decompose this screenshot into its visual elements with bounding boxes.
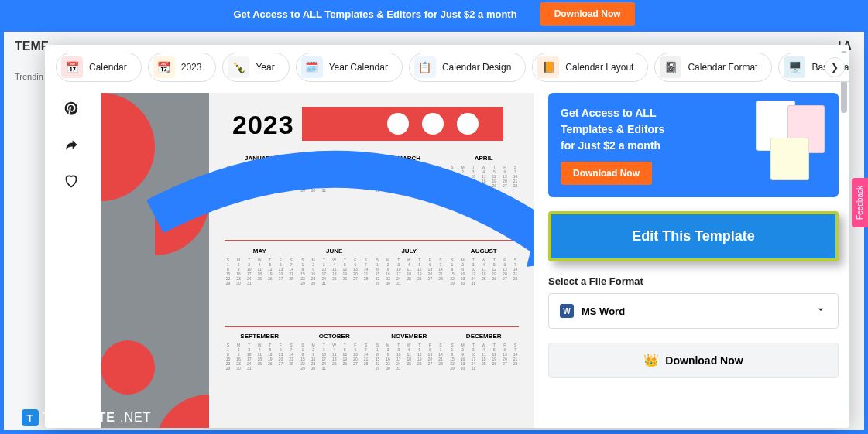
preview-months-row3: SeptemberSMTWTFS123456789101112131415161… (225, 333, 519, 371)
promo-download-button[interactable]: Download Now (561, 162, 652, 185)
file-format-select[interactable]: W MS Word (548, 293, 839, 329)
preview-sidebar-decor (101, 93, 209, 428)
logo-icon: T (22, 409, 39, 426)
feedback-tab[interactable]: Feedback (852, 178, 868, 227)
chip-calendar-format[interactable]: 📓Calendar Format (654, 53, 772, 82)
close-icon[interactable]: ✕ (837, 51, 851, 71)
topbar-download-button[interactable]: Download Now (540, 2, 635, 26)
share-icon[interactable] (63, 137, 79, 156)
preview-red-bar (302, 107, 503, 141)
file-format-selected: MS Word (582, 306, 625, 317)
pinterest-icon[interactable] (63, 101, 79, 120)
promo-line3: for Just $2 a month (561, 138, 664, 154)
promo-topbar: Get Access to ALL Templates & Editors fo… (0, 0, 868, 28)
template-modal: 📅Calendar 📆2023 🍾Year 🗓️Year Calendar 📋C… (45, 45, 849, 428)
download-now-button[interactable]: 👑 Download Now (548, 343, 839, 378)
preview-months-row1: JanuarySMTWTFS12345678910111213141516171… (225, 155, 519, 193)
crown-icon: 👑 (643, 353, 659, 367)
chip-2023[interactable]: 📆2023 (148, 53, 217, 82)
preview-months-row2: MaySMTWTFS123456789101112131415161718192… (225, 248, 519, 285)
promo-card: Get Access to ALL Templates & Editors fo… (548, 93, 839, 197)
preview-year: 2023 (232, 110, 294, 140)
page-title-left: TEMF (15, 39, 49, 53)
edit-template-button[interactable]: Edit This Template (548, 211, 839, 261)
modal-content: 2023 JanuarySMTWTFS123456789101112131415… (45, 90, 849, 428)
category-chips-row: 📅Calendar 📆2023 🍾Year 🗓️Year Calendar 📋C… (45, 45, 849, 90)
logo-text2: .NET (120, 411, 151, 425)
left-actions (56, 93, 87, 428)
chip-calendar-layout[interactable]: 📙Calendar Layout (532, 53, 648, 82)
chip-year[interactable]: 🍾Year (222, 53, 289, 82)
trending-label: Trendin (15, 72, 43, 81)
logo-text1: TEMPLATE (43, 411, 115, 425)
chip-calendar-design[interactable]: 📋Calendar Design (409, 53, 526, 82)
chevron-down-icon (815, 303, 827, 319)
topbar-text: Get Access to ALL Templates & Editors fo… (233, 9, 516, 20)
promo-line2: Templates & Editors (561, 121, 664, 138)
chip-calendar[interactable]: 📅Calendar (56, 53, 142, 82)
template-preview: 2023 JanuarySMTWTFS123456789101112131415… (101, 93, 534, 428)
right-panel: Get Access to ALL Templates & Editors fo… (548, 93, 839, 428)
promo-line1: Get Access to ALL (561, 105, 664, 121)
promo-thumbnails (753, 101, 831, 186)
brand-logo[interactable]: T TEMPLATE.NET (22, 409, 151, 426)
chip-year-calendar[interactable]: 🗓️Year Calendar (296, 53, 403, 82)
msword-icon: W (560, 304, 574, 318)
file-format-label: Select a File Format (548, 275, 839, 287)
file-format-section: Select a File Format W MS Word (548, 275, 839, 329)
heart-icon[interactable] (63, 173, 79, 193)
